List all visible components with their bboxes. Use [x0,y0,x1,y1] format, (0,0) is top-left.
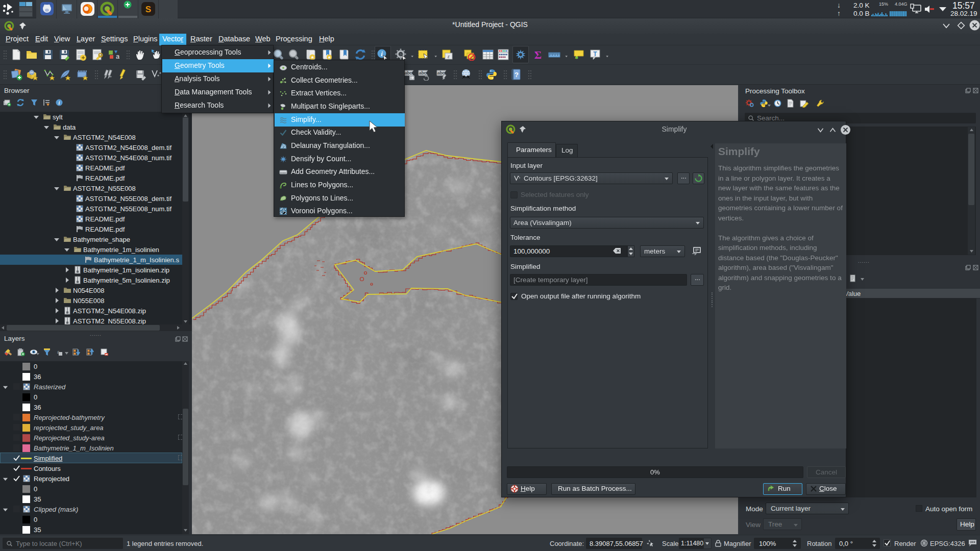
svg-text:i: i [381,50,383,58]
svg-text:Σ: Σ [534,48,542,61]
svg-text:ε: ε [448,54,450,59]
svg-text:T: T [593,51,597,58]
svg-text:abc: abc [405,70,412,76]
svg-text:i: i [59,100,60,106]
svg-text:a: a [116,53,119,60]
svg-text:abc: abc [437,70,445,76]
svg-text:?: ? [514,71,519,79]
svg-text:abc: abc [419,70,427,76]
svg-text:S: S [145,5,151,14]
